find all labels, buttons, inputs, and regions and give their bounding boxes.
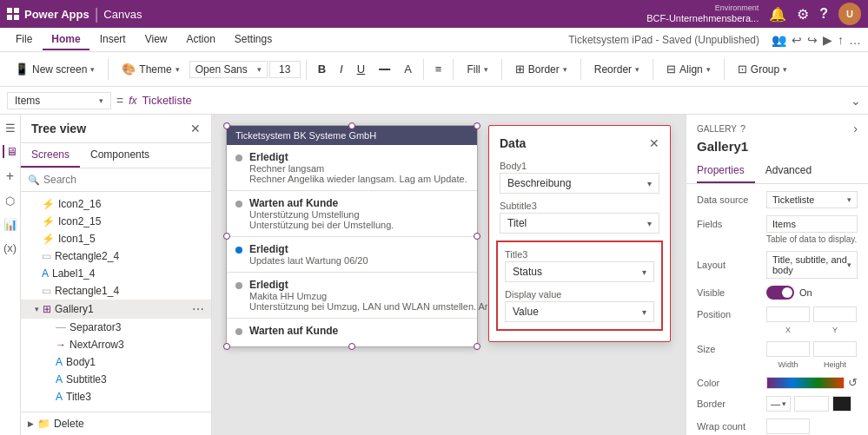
rp-color-values: ↺: [766, 376, 858, 389]
gallery-item-0[interactable]: Erledigt Rechner langsam Rechner Angelik…: [227, 145, 477, 191]
search-input[interactable]: [43, 174, 204, 186]
redo-icon[interactable]: ↪: [807, 33, 818, 47]
font-color-button[interactable]: A: [398, 58, 418, 80]
sel-handle-tl[interactable]: [223, 122, 230, 129]
gallery-item-1[interactable]: Warten auf Kunde Unterstützung Umstellun…: [227, 191, 477, 237]
collab-icon[interactable]: 👥: [772, 33, 786, 47]
tab-settings[interactable]: Settings: [226, 30, 281, 50]
group-button[interactable]: ⊡ Group ▾: [730, 58, 795, 80]
align-button[interactable]: ⊟ Align ▾: [659, 58, 719, 80]
gallery1-more-icon[interactable]: ⋯: [192, 302, 204, 316]
formula-scope-selector[interactable]: Items ▾: [7, 92, 111, 109]
rp-tab-advanced[interactable]: Advanced: [755, 159, 822, 183]
rp-color-reset-icon[interactable]: ↺: [848, 376, 858, 389]
align-text-button[interactable]: ≡: [429, 58, 448, 80]
tree-item-separator3[interactable]: — Separator3: [21, 319, 211, 336]
gallery-item-3[interactable]: Erledigt Makita HH Umzug Unterstützung b…: [227, 273, 477, 319]
gallery-help-icon[interactable]: ?: [740, 123, 745, 134]
data-panel-close-icon[interactable]: ✕: [649, 136, 659, 150]
rp-fields-selector[interactable]: Items: [766, 215, 858, 233]
var-icon[interactable]: (x): [3, 241, 17, 254]
tree-item-body1[interactable]: A Body1: [21, 353, 211, 371]
title3-field-selector[interactable]: Status ▾: [505, 261, 654, 282]
rp-wrap-count-input[interactable]: 1: [766, 419, 810, 434]
italic-button[interactable]: I: [334, 58, 349, 80]
sel-handle-ml[interactable]: [223, 233, 230, 240]
sidebar-header: Tree view ✕: [21, 115, 211, 143]
rp-visible-toggle[interactable]: [766, 286, 794, 300]
rp-layout-selector[interactable]: Title, subtitle, and body ▾: [766, 251, 858, 279]
sel-handle-br[interactable]: [474, 343, 480, 350]
avatar[interactable]: U: [838, 3, 861, 25]
rp-tab-properties[interactable]: Properties: [697, 159, 755, 183]
tab-home[interactable]: Home: [43, 30, 89, 50]
display-value-selector[interactable]: Value ▾: [505, 301, 654, 322]
tree-item-title3[interactable]: A Title3: [21, 388, 211, 405]
tree-item-subtitle3[interactable]: A Subtitle3: [21, 371, 211, 388]
plus-icon[interactable]: +: [6, 168, 14, 184]
sel-handle-tc[interactable]: [348, 122, 355, 129]
sidebar-close-icon[interactable]: ✕: [190, 122, 201, 135]
rp-border-value-input[interactable]: 0: [794, 396, 829, 412]
sel-handle-tr[interactable]: [474, 122, 480, 129]
tree-item-rectangle2-4[interactable]: ▭ Rectangle2_4: [21, 247, 211, 265]
delete-folder-icon: 📁: [37, 418, 50, 430]
new-screen-button[interactable]: 📱 New screen ▾: [7, 58, 103, 80]
body1-field-selector[interactable]: Beschreibung ▾: [500, 173, 659, 194]
help-icon[interactable]: ?: [819, 6, 828, 22]
formula-expand-icon[interactable]: ⌄: [851, 94, 861, 108]
border-button[interactable]: ⊞ Border ▾: [507, 58, 575, 80]
tree-item-gallery1[interactable]: ▾ ⊞ Gallery1 ⋯: [21, 300, 211, 319]
right-panel-expand-icon[interactable]: ›: [853, 122, 858, 135]
chart-icon[interactable]: 📊: [3, 218, 17, 231]
theme-button[interactable]: 🎨 Theme ▾: [114, 58, 187, 80]
share-icon[interactable]: ↑: [838, 33, 844, 47]
sidebar-tab-components[interactable]: Components: [80, 143, 160, 168]
strikethrough-button[interactable]: —: [373, 58, 396, 80]
tree-item-rectangle1-4[interactable]: ▭ Rectangle1_4: [21, 282, 211, 300]
rp-pos-x-input[interactable]: 54: [766, 306, 810, 322]
reorder-button[interactable]: Reorder ▾: [586, 59, 647, 80]
rp-layout-value: Title, subtitle, and body: [772, 254, 847, 275]
formula-value[interactable]: Ticketliste: [142, 94, 845, 107]
sidebar-tab-screens[interactable]: Screens: [21, 143, 80, 168]
notification-icon[interactable]: 🔔: [769, 6, 786, 23]
rp-position-row: Position 54 40: [697, 306, 858, 322]
tab-action[interactable]: Action: [178, 30, 224, 50]
font-size-input[interactable]: 13: [269, 61, 301, 78]
bold-button[interactable]: B: [312, 58, 332, 80]
more-icon[interactable]: …: [849, 33, 861, 47]
icon1-5-label: Icon1_5: [58, 233, 96, 245]
run-icon[interactable]: ▶: [823, 33, 832, 47]
rp-size-h-input[interactable]: 728: [813, 341, 857, 357]
env-name: BCF-Unternehmensbera...: [646, 13, 759, 24]
rp-data-source-value: Ticketliste: [772, 194, 815, 205]
tree-item-label1-4[interactable]: A Label1_4: [21, 265, 211, 282]
rp-pos-y-input[interactable]: 40: [813, 306, 857, 322]
font-select[interactable]: Open Sans ▾: [189, 61, 268, 78]
tree-item-icon2-16[interactable]: ⚡ Icon2_16: [21, 195, 211, 213]
undo-icon[interactable]: ↩: [792, 33, 802, 47]
rp-data-source-selector[interactable]: Ticketliste ▾: [766, 191, 858, 208]
screen-icon[interactable]: 🖥: [3, 145, 17, 158]
sel-handle-mr[interactable]: [474, 233, 480, 240]
hamburger-icon[interactable]: ☰: [5, 122, 16, 135]
fill-button[interactable]: Fill ▾: [459, 59, 495, 80]
tree-item-icon2-15[interactable]: ⚡ Icon2_15: [21, 213, 211, 230]
tab-file[interactable]: File: [7, 30, 41, 50]
rp-border-line-select[interactable]: — ▾: [766, 396, 791, 412]
sel-handle-bl[interactable]: [223, 343, 230, 350]
subtitle3-field-selector[interactable]: Titel ▾: [500, 213, 659, 234]
settings-icon[interactable]: ⚙: [797, 6, 809, 23]
tree-item-nextarrow3[interactable]: → NextArrow3: [21, 336, 211, 353]
tree-item-delete[interactable]: ▶ 📁 Delete: [21, 412, 211, 435]
tab-view[interactable]: View: [136, 30, 176, 50]
gallery-item-2[interactable]: Erledigt Updates laut Wartung 06/20: [227, 237, 477, 273]
underline-button[interactable]: U: [351, 58, 371, 80]
tree-item-icon1-5[interactable]: ⚡ Icon1_5: [21, 230, 211, 247]
rp-border-color-swatch[interactable]: [832, 396, 851, 412]
rp-size-w-input[interactable]: 1312: [766, 341, 810, 357]
tab-insert[interactable]: Insert: [91, 30, 135, 50]
data-icon[interactable]: ⬡: [5, 194, 15, 208]
sel-handle-bc[interactable]: [348, 343, 355, 350]
